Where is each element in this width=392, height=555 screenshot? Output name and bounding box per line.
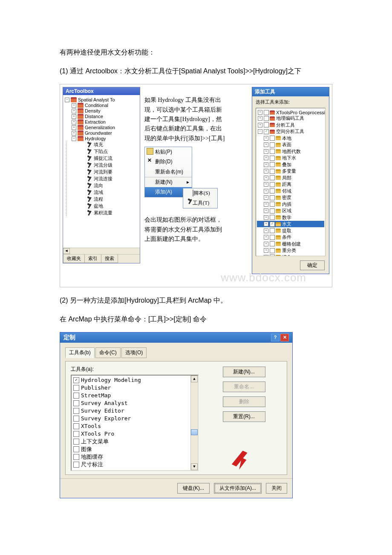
add-tools-item[interactable]: +提取 (257, 228, 324, 234)
tree-tool[interactable]: 下陷点 (70, 148, 139, 155)
list-item[interactable]: StreetMap (72, 392, 198, 399)
close-icon[interactable]: ✕ (280, 334, 289, 341)
tree-folder[interactable]: +Groundwater (64, 130, 139, 136)
menu-delete[interactable]: ✕删除(D) (145, 157, 192, 167)
vertical-scrollbar[interactable]: ▲ ▼ (190, 376, 198, 470)
add-tools-item[interactable]: +距离 (257, 181, 324, 188)
tree-tool[interactable]: 累积流量 (70, 210, 139, 216)
tree-folder[interactable]: +Distance (64, 114, 139, 119)
add-tools-item[interactable]: +条件 (257, 234, 324, 240)
tree-tool[interactable]: 盆地 (70, 203, 139, 209)
checkbox[interactable] (270, 248, 275, 253)
list-item[interactable]: 尺寸标注 (72, 461, 198, 468)
tab-options[interactable]: 选项(O) (121, 347, 147, 358)
keyboard-button[interactable]: 键盘(K)... (177, 483, 210, 494)
tree-root[interactable]: − Spatial Analyst To (64, 97, 139, 102)
tree-tool[interactable]: 流域 (70, 189, 139, 196)
tree-tool[interactable]: 填充 (70, 142, 139, 148)
expander-icon[interactable]: + (258, 116, 262, 121)
checkbox[interactable] (270, 235, 275, 240)
add-tools-item[interactable]: +邻域 (257, 188, 324, 194)
list-item[interactable]: 图像 (72, 445, 198, 453)
checkbox[interactable] (270, 208, 275, 214)
list-item[interactable]: XTools (72, 422, 198, 430)
add-tools-item[interactable]: +数学 (257, 214, 324, 221)
checkbox[interactable] (270, 228, 275, 233)
add-tools-item[interactable]: +栅格创建 (257, 241, 324, 247)
list-item[interactable]: Survey Editor (72, 407, 198, 415)
expander-icon[interactable]: + (264, 149, 268, 154)
tab-index[interactable]: 索引 (84, 254, 101, 263)
add-tools-item[interactable]: −✓空间分析工具 (257, 128, 324, 135)
toolbars-listbox[interactable]: Hydrology ModelingPublisherStreetMapSurv… (71, 375, 199, 471)
expander-icon[interactable]: + (264, 195, 268, 200)
expander-icon[interactable]: + (264, 162, 268, 167)
checkbox[interactable] (73, 377, 79, 383)
expander-icon[interactable]: + (264, 202, 268, 207)
expander-icon[interactable]: + (258, 123, 262, 127)
expander-minus-icon[interactable]: − (65, 98, 69, 102)
add-tools-item[interactable]: +多变量 (257, 168, 324, 174)
expander-icon[interactable]: + (264, 242, 268, 246)
tree-folder[interactable]: +Extraction (64, 119, 139, 124)
tree-tool[interactable]: 捕捉汇流 (70, 155, 139, 162)
checkbox[interactable] (270, 182, 275, 187)
add-tools-item[interactable]: +本地 (257, 135, 324, 142)
scroll-down-icon[interactable]: ▼ (191, 463, 198, 470)
menu-rename[interactable]: 重新命名(m) (145, 167, 192, 177)
checkbox[interactable] (270, 241, 275, 246)
expander-icon[interactable]: + (264, 235, 268, 240)
checkbox[interactable] (270, 149, 275, 154)
checkbox[interactable] (270, 202, 275, 207)
checkbox[interactable] (270, 142, 275, 147)
list-item[interactable]: Survey Analyst (72, 399, 198, 407)
checkbox[interactable] (73, 439, 79, 445)
add-tools-item[interactable]: +叠加 (257, 162, 324, 168)
checkbox[interactable] (73, 385, 79, 391)
ok-button[interactable]: 确定 (300, 260, 325, 270)
add-tools-item[interactable]: +综合 (257, 254, 324, 257)
submenu-script[interactable]: 脚本(S) (183, 188, 217, 198)
expander-plus-icon[interactable]: + (72, 120, 76, 124)
checkbox[interactable] (73, 431, 79, 437)
tree-tool[interactable]: 流程 (70, 196, 139, 202)
expander-icon[interactable]: + (264, 189, 268, 194)
list-item[interactable]: Publisher (72, 384, 198, 392)
expander-plus-icon[interactable]: + (72, 125, 76, 130)
tree-tool[interactable]: 河流分级 (70, 162, 139, 168)
checkbox[interactable] (270, 162, 275, 167)
delete-button[interactable]: 删除 (223, 396, 265, 407)
checkbox[interactable] (73, 446, 79, 452)
list-item[interactable]: 地图缓存 (72, 453, 198, 461)
expander-icon[interactable]: + (264, 136, 268, 141)
add-tools-item[interactable]: +地理编码工具 (257, 115, 324, 121)
checkbox[interactable] (264, 116, 269, 121)
expander-minus-icon[interactable]: − (72, 136, 76, 141)
checkbox[interactable] (270, 156, 275, 161)
expander-icon[interactable]: + (264, 215, 268, 220)
add-tools-tree[interactable]: +XToolsPro Geoprocessin+地理编码工具+分析工具−✓空间分… (256, 108, 326, 256)
checkbox[interactable] (270, 169, 275, 174)
expander-plus-icon[interactable]: + (72, 131, 76, 136)
expander-icon[interactable]: + (264, 176, 268, 180)
checkbox[interactable] (270, 215, 275, 220)
close-button[interactable]: 关闭 (266, 483, 287, 494)
reset-button[interactable]: 重置(R)... (223, 411, 265, 422)
checkbox[interactable] (270, 195, 275, 200)
tree-folder-hydrology[interactable]: −Hydrology (64, 136, 139, 141)
menu-paste[interactable]: 粘贴(P) (145, 147, 192, 157)
checkbox[interactable] (73, 416, 79, 422)
expander-icon[interactable]: + (264, 208, 268, 213)
checkbox[interactable]: ✓ (264, 129, 269, 134)
submenu-tool[interactable]: 工具(T) (183, 198, 217, 208)
checkbox[interactable] (270, 188, 275, 194)
checkbox[interactable] (73, 462, 79, 468)
tree-tool[interactable]: 流向 (70, 182, 139, 189)
expander-icon[interactable]: + (264, 248, 268, 253)
tree-folder[interactable]: +Conditional (64, 103, 139, 108)
scroll-left-icon[interactable]: ◄ (63, 248, 70, 254)
scroll-up-icon[interactable]: ▲ (191, 376, 198, 382)
tab-favorites[interactable]: 收藏夹 (63, 254, 85, 263)
tab-commands[interactable]: 命令(C) (95, 347, 121, 358)
checkbox[interactable] (73, 423, 79, 429)
